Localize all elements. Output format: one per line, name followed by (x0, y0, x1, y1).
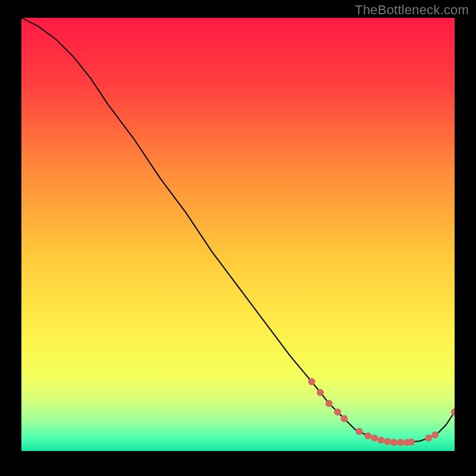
watermark-text: TheBottleneck.com (355, 2, 469, 18)
marker-dot (334, 409, 341, 416)
marker-dot (384, 438, 391, 445)
marker-dot (397, 439, 404, 446)
marker-dot (308, 378, 315, 386)
chart-frame: TheBottleneck.com (0, 0, 476, 476)
marker-dot (431, 431, 439, 439)
gradient-background (21, 18, 455, 451)
marker-dot (377, 437, 384, 444)
marker-dot (408, 439, 415, 446)
plot-svg (21, 18, 455, 451)
marker-dot (390, 439, 397, 446)
marker-dot (317, 389, 324, 396)
marker-dot (340, 415, 347, 422)
marker-dot (425, 434, 432, 441)
marker-dot (371, 434, 378, 441)
plot-area (21, 18, 455, 451)
marker-dot (325, 400, 333, 407)
marker-dot (364, 433, 371, 440)
marker-dot (356, 428, 363, 435)
